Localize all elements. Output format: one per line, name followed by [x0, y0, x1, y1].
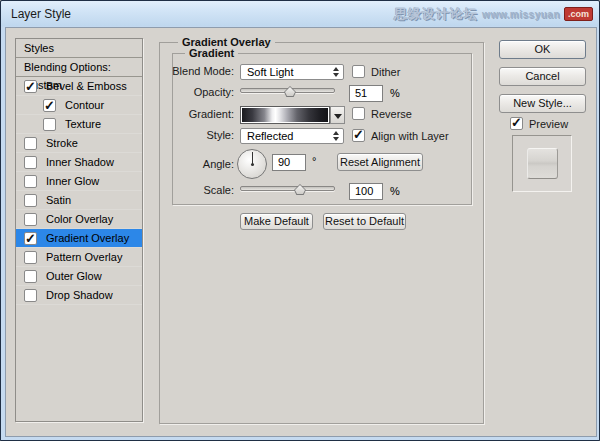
watermark-badge: .com: [564, 7, 593, 21]
cancel-button[interactable]: Cancel: [499, 67, 586, 86]
scale-input[interactable]: 100: [349, 183, 383, 200]
opacity-label: Opacity:: [146, 86, 234, 98]
bevel-emboss-checkbox[interactable]: [24, 80, 37, 93]
preview-label: Preview: [529, 118, 568, 130]
angle-input[interactable]: 90: [272, 154, 306, 171]
scale-unit: %: [390, 185, 400, 197]
angle-unit: °: [312, 155, 316, 167]
angle-dial[interactable]: [237, 149, 267, 179]
opacity-unit: %: [390, 87, 400, 99]
gradient-dropdown-arrow[interactable]: [330, 106, 345, 124]
sidebar-item-outer-glow[interactable]: Outer Glow: [16, 267, 142, 286]
dither-label: Dither: [371, 66, 400, 78]
stepper-icon: [333, 67, 339, 77]
preview-checkbox[interactable]: [510, 117, 523, 130]
outer-glow-checkbox[interactable]: [24, 270, 37, 283]
make-default-button[interactable]: Make Default: [240, 213, 313, 230]
inner-glow-checkbox[interactable]: [24, 175, 37, 188]
style-select[interactable]: Reflected: [240, 128, 344, 144]
align-with-layer-checkbox[interactable]: [352, 129, 365, 142]
drop-shadow-checkbox[interactable]: [24, 289, 37, 302]
sidebar-item-satin[interactable]: Satin: [16, 191, 142, 210]
align-with-layer-label: Align with Layer: [371, 130, 449, 142]
pattern-overlay-checkbox[interactable]: [24, 251, 37, 264]
sidebar-item-drop-shadow[interactable]: Drop Shadow: [16, 286, 142, 305]
ok-button[interactable]: OK: [499, 40, 586, 59]
sidebar-item-gradient-overlay[interactable]: Gradient Overlay: [16, 229, 142, 248]
sidebar-item-contour[interactable]: Contour: [16, 96, 142, 115]
title-bar[interactable]: Layer Style 思缘设计论坛 www.missyuan .com: [1, 1, 599, 27]
reverse-checkbox[interactable]: [352, 107, 365, 120]
dialog-title: Layer Style: [11, 7, 71, 21]
stroke-checkbox[interactable]: [24, 137, 37, 150]
texture-checkbox[interactable]: [43, 118, 56, 131]
reverse-label: Reverse: [371, 108, 412, 120]
stepper-icon: [333, 131, 339, 141]
watermark-forum-text: 思缘设计论坛: [394, 5, 478, 23]
dialog-body: Styles Blending Options: Custom Bevel & …: [5, 27, 597, 437]
style-preview-thumbnail: [512, 135, 572, 192]
angle-label: Angle:: [146, 158, 234, 170]
sidebar-item-color-overlay[interactable]: Color Overlay: [16, 210, 142, 229]
style-label: Style:: [146, 129, 234, 141]
group-legend: Gradient: [185, 47, 238, 59]
contour-checkbox[interactable]: [43, 99, 56, 112]
layer-style-dialog: Layer Style 思缘设计论坛 www.missyuan .com Sty…: [0, 0, 600, 441]
reset-to-default-button[interactable]: Reset to Default: [323, 213, 406, 230]
gradient-overlay-checkbox[interactable]: [24, 232, 37, 245]
sidebar-item-texture[interactable]: Texture: [16, 115, 142, 134]
sidebar-item-inner-glow[interactable]: Inner Glow: [16, 172, 142, 191]
sidebar-item-bevel-emboss[interactable]: Bevel & Emboss: [16, 77, 142, 96]
watermark-url-text: www.missyuan: [482, 9, 560, 20]
scale-label: Scale:: [146, 184, 234, 196]
sidebar-item-pattern-overlay[interactable]: Pattern Overlay: [16, 248, 142, 267]
sidebar-item-blending-options[interactable]: Blending Options: Custom: [16, 58, 142, 77]
blend-mode-select[interactable]: Soft Light: [240, 64, 344, 80]
watermark: 思缘设计论坛 www.missyuan .com: [394, 5, 593, 23]
styles-list: Styles Blending Options: Custom Bevel & …: [15, 38, 143, 422]
satin-checkbox[interactable]: [24, 194, 37, 207]
angle-center-dot: [251, 163, 254, 166]
style-preview-swatch: [527, 148, 558, 179]
sidebar-item-inner-shadow[interactable]: Inner Shadow: [16, 153, 142, 172]
reset-alignment-button[interactable]: Reset Alignment: [337, 153, 423, 171]
sidebar-item-stroke[interactable]: Stroke: [16, 134, 142, 153]
blend-mode-label: Blend Mode:: [146, 65, 234, 77]
opacity-input[interactable]: 51: [349, 85, 383, 102]
inner-shadow-checkbox[interactable]: [24, 156, 37, 169]
dither-checkbox[interactable]: [352, 65, 365, 78]
scale-slider-track[interactable]: [240, 186, 335, 191]
sidebar-item-styles[interactable]: Styles: [16, 39, 142, 58]
new-style-button[interactable]: New Style...: [499, 94, 586, 113]
gradient-preview[interactable]: [240, 106, 330, 124]
color-overlay-checkbox[interactable]: [24, 213, 37, 226]
gradient-label: Gradient:: [146, 108, 234, 120]
